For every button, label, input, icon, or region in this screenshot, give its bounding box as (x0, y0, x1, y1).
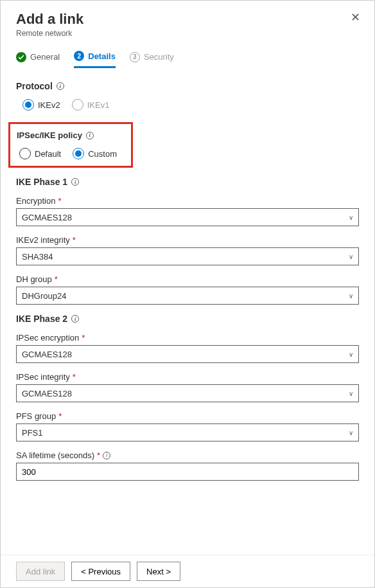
chevron-down-icon: ∨ (349, 429, 353, 436)
chevron-down-icon: ∨ (349, 390, 353, 397)
ipsec-encryption-label: IPSec encryption* (16, 333, 359, 343)
pfs-group-select[interactable]: PFS1 ∨ (16, 423, 359, 441)
radio-policy-default[interactable]: Default (19, 148, 61, 159)
radio-ikev2-label: IKEv2 (38, 100, 60, 110)
step-2-icon: 2 (74, 51, 84, 61)
tab-security: 3 Security (130, 51, 174, 68)
step-3-icon: 3 (130, 52, 140, 62)
info-icon[interactable]: i (57, 82, 64, 90)
close-icon[interactable]: ✕ (350, 12, 360, 22)
ike-phase-2-heading: IKE Phase 2 i (16, 314, 359, 324)
panel-subtitle: Remote network (16, 29, 359, 38)
info-icon[interactable]: i (86, 132, 94, 139)
info-icon[interactable]: i (71, 315, 79, 323)
radio-default-label: Default (35, 149, 61, 159)
encryption-select[interactable]: GCMAES128 ∨ (16, 208, 359, 226)
encryption-label: Encryption* (16, 196, 359, 206)
ike-phase-1-heading: IKE Phase 1 i (16, 177, 359, 187)
ipsec-integrity-value: GCMAES128 (22, 389, 72, 398)
checkmark-icon (16, 52, 26, 62)
ikev2-integrity-value: SHA384 (22, 252, 53, 262)
chevron-down-icon: ∨ (349, 351, 353, 358)
ipsec-integrity-select[interactable]: GCMAES128 ∨ (16, 384, 359, 402)
ikev2-integrity-select[interactable]: SHA384 ∨ (16, 247, 359, 265)
tab-details-label: Details (88, 51, 116, 61)
radio-ikev1-label: IKEv1 (87, 100, 110, 110)
radio-ikev2[interactable]: IKEv2 (22, 99, 60, 111)
add-link-button: Add link (16, 562, 65, 581)
chevron-down-icon: ∨ (349, 292, 353, 299)
ipsec-integrity-label: IPSec integrity* (16, 372, 359, 382)
sa-lifetime-label: SA lifetime (seconds)* i (16, 450, 359, 460)
chevron-down-icon: ∨ (349, 214, 353, 221)
info-icon[interactable]: i (103, 452, 110, 459)
radio-ikev1: IKEv1 (72, 99, 110, 111)
ipsec-policy-highlight: IPSec/IKE policy i Default Custom (8, 122, 133, 168)
ipsec-encryption-value: GCMAES128 (22, 350, 72, 359)
sa-lifetime-input[interactable] (16, 463, 359, 481)
chevron-down-icon: ∨ (349, 253, 353, 260)
panel-title: Add a link (16, 11, 359, 28)
ikev2-integrity-label: IKEv2 integrity* (16, 235, 359, 245)
tab-general-label: General (30, 52, 60, 62)
tab-security-label: Security (144, 52, 174, 62)
tab-general[interactable]: General (16, 51, 60, 68)
info-icon[interactable]: i (71, 178, 79, 186)
protocol-heading: Protocol i (16, 81, 359, 91)
encryption-value: GCMAES128 (22, 213, 72, 222)
next-button[interactable]: Next > (137, 562, 180, 581)
tab-details[interactable]: 2 Details (74, 51, 116, 68)
dh-group-select[interactable]: DHGroup24 ∨ (16, 287, 359, 305)
pfs-group-value: PFS1 (22, 428, 43, 438)
dh-group-value: DHGroup24 (22, 291, 66, 301)
ipsec-policy-heading: IPSec/IKE policy i (17, 130, 125, 140)
radio-custom-label: Custom (88, 149, 117, 159)
previous-button[interactable]: < Previous (71, 562, 130, 581)
dh-group-label: DH group* (16, 274, 359, 284)
ipsec-encryption-select[interactable]: GCMAES128 ∨ (16, 345, 359, 363)
pfs-group-label: PFS group* (16, 411, 359, 421)
radio-policy-custom[interactable]: Custom (73, 148, 117, 159)
